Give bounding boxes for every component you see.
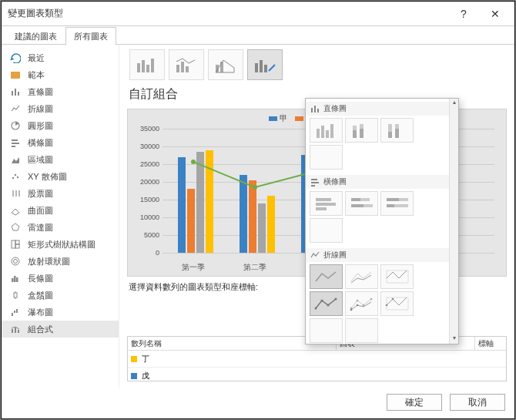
bar-variant[interactable] (310, 191, 343, 216)
bar-variant[interactable] (310, 218, 343, 243)
line-variant[interactable] (345, 291, 378, 316)
svg-rect-26 (137, 63, 140, 72)
bar-variant[interactable] (380, 191, 414, 216)
svg-point-79 (356, 304, 358, 307)
svg-rect-18 (16, 277, 18, 282)
svg-rect-43 (317, 109, 319, 113)
column-icon (310, 104, 320, 113)
svg-rect-27 (142, 60, 145, 72)
popup-section-line: 折線圖 (306, 248, 449, 344)
window-title: 變更圖表類型 (8, 7, 448, 20)
scroll-up-icon[interactable]: ▴ (450, 99, 458, 108)
bar-variant[interactable] (345, 191, 378, 216)
sidebar-item-boxwhisker[interactable]: 盒鬚圖 (2, 287, 119, 304)
sidebar-item-sunburst[interactable]: 放射環狀圖 (2, 253, 119, 270)
svg-point-9 (15, 174, 16, 176)
sidebar-item-surface[interactable]: 曲面圖 (2, 202, 119, 219)
sidebar-item-waterfall[interactable]: 瀑布圖 (2, 304, 119, 321)
column-variant[interactable] (310, 118, 343, 143)
column-variant[interactable] (380, 118, 414, 143)
line-variant[interactable] (310, 291, 343, 316)
sidebar-item-area[interactable]: 區域圖 (2, 151, 119, 168)
svg-rect-41 (311, 108, 313, 113)
sidebar-item-pie[interactable]: 圓形圖 (2, 117, 119, 134)
line-variant[interactable] (380, 291, 414, 316)
line-variant[interactable] (310, 264, 343, 289)
boxwhisker-icon (9, 289, 22, 301)
svg-point-75 (356, 300, 358, 302)
tab-all-charts[interactable]: 所有圖表 (65, 27, 116, 45)
svg-rect-69 (387, 204, 394, 207)
scatter-icon (9, 170, 22, 183)
sidebar-item-column[interactable]: 直條圖 (2, 83, 119, 100)
sidebar-item-stock[interactable]: 股票圖 (2, 185, 119, 202)
sidebar-item-bar[interactable]: 橫條圖 (2, 134, 119, 151)
recent-icon (9, 52, 22, 64)
sunburst-icon (9, 255, 22, 267)
svg-rect-44 (317, 129, 320, 138)
svg-rect-51 (360, 129, 364, 138)
svg-rect-1 (12, 91, 13, 96)
svg-point-15 (14, 260, 18, 264)
svg-rect-12 (15, 240, 19, 244)
sidebar-item-combo[interactable]: 組合式 (2, 321, 119, 338)
svg-rect-28 (146, 65, 149, 72)
svg-rect-63 (351, 198, 360, 201)
histogram-icon (9, 272, 22, 284)
svg-rect-20 (12, 313, 13, 316)
series-row-ding[interactable]: 丁 (128, 351, 506, 368)
line-variant[interactable] (380, 264, 414, 289)
svg-point-71 (320, 300, 323, 302)
svg-point-77 (370, 298, 372, 301)
column-variant[interactable] (310, 145, 343, 170)
svg-rect-5 (12, 139, 18, 141)
treemap-icon (9, 238, 22, 250)
svg-rect-56 (311, 179, 317, 180)
svg-rect-53 (388, 132, 392, 138)
svg-rect-19 (14, 293, 17, 297)
svg-rect-32 (186, 66, 189, 72)
svg-rect-45 (321, 126, 324, 138)
combo-subtype-3[interactable] (208, 49, 243, 80)
svg-rect-6 (12, 143, 19, 144)
radar-icon (9, 221, 22, 234)
combo-subtype-1[interactable] (129, 49, 165, 80)
svg-rect-22 (16, 309, 18, 313)
svg-point-10 (17, 176, 18, 178)
template-icon (9, 69, 22, 81)
sidebar-item-radar[interactable]: 雷達圖 (2, 219, 119, 236)
combo-subtype-2[interactable] (169, 49, 204, 80)
scroll-down-icon[interactable]: ▾ (450, 334, 458, 344)
ok-button[interactable]: 確定 (387, 394, 442, 411)
svg-rect-55 (395, 129, 399, 138)
sidebar-item-histogram[interactable]: 長條圖 (2, 270, 119, 287)
popup-section-bar: 橫條圖 (306, 175, 449, 245)
surface-icon (9, 204, 22, 217)
line-icon (310, 250, 320, 260)
line-variant[interactable] (310, 318, 343, 343)
popup-scrollbar[interactable]: ▴ ▾ (449, 99, 458, 344)
series-row-wu[interactable]: 戊 (128, 368, 506, 381)
sidebar-item-template[interactable]: 範本 (2, 66, 119, 83)
line-variant[interactable] (345, 264, 378, 289)
sidebar-item-treemap[interactable]: 矩形式樹狀結構圖 (2, 236, 119, 253)
sidebar-item-scatter[interactable]: XY 散佈圖 (2, 168, 119, 185)
svg-rect-58 (311, 185, 315, 186)
svg-rect-11 (12, 240, 15, 248)
combo-subtype-custom[interactable] (247, 49, 283, 80)
help-button[interactable]: ? (448, 2, 479, 25)
svg-rect-25 (18, 330, 19, 333)
svg-rect-17 (14, 276, 16, 282)
column-variant[interactable] (345, 118, 378, 143)
chart-type-popup: ▴ ▾ 直條圖 橫條圖 折線圖 (305, 98, 459, 344)
svg-rect-29 (151, 59, 154, 72)
cancel-button[interactable]: 取消 (450, 394, 505, 411)
line-variant[interactable] (345, 318, 378, 343)
sidebar-item-line[interactable]: 折線圖 (2, 100, 119, 117)
sidebar-item-recent[interactable]: 最近 (2, 49, 119, 66)
svg-rect-23 (12, 329, 13, 333)
close-button[interactable]: ✕ (479, 2, 511, 25)
area-icon (9, 153, 22, 166)
tab-recommended[interactable]: 建議的圖表 (6, 27, 65, 45)
svg-point-14 (12, 257, 19, 265)
